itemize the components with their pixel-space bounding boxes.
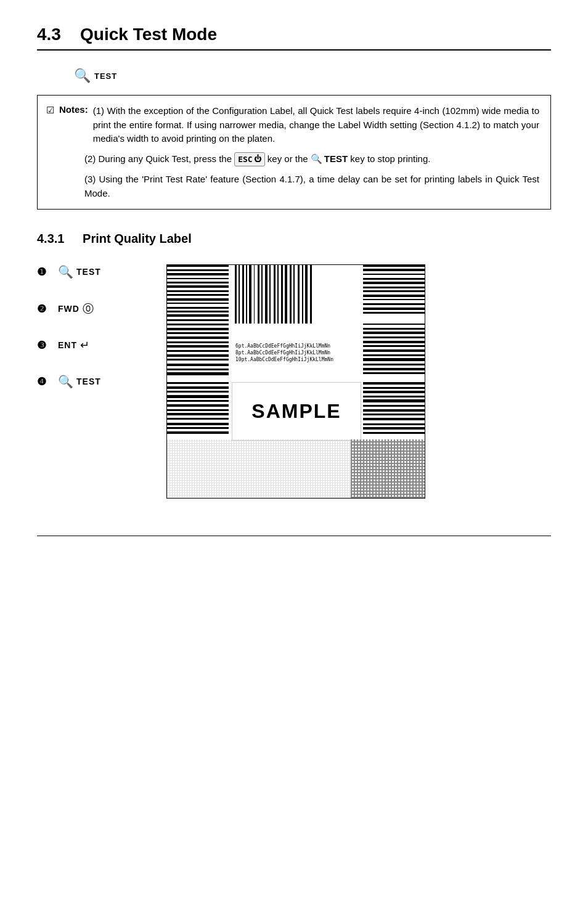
enter-icon: ↵ [80, 338, 89, 352]
notes-row-header: ☑ Notes: (1) With the exception of the C… [46, 104, 539, 146]
sample-text-area: SAMPLE [232, 382, 361, 441]
notes-paragraph-1: (1) With the exception of the Configurat… [93, 104, 539, 146]
steps-column: ❶ 🔍 TEST ❷ FWD ⓪ ❸ ENT ↵ ❹ 🔍 TEST [37, 264, 148, 389]
step-1-num: ❶ [37, 266, 52, 279]
esc-key: ESC⏻ [234, 152, 264, 167]
subsection-title: 4.3.1 Print Quality Label [37, 232, 192, 245]
steps-image-row: ❶ 🔍 TEST ❷ FWD ⓪ ❸ ENT ↵ ❹ 🔍 TEST [37, 264, 551, 499]
search-icon-inline: 🔍 [311, 152, 322, 166]
barcode-top-right [363, 265, 425, 324]
font-sample-line2: 8pt.AaBbCcDdEeFfGgHhIiJjKkLlMmNn [235, 349, 357, 356]
center-text-area: 6pt.AaBbCcDdEeFfGgHhIiJjKkLlMmNn 8pt.AaB… [232, 324, 361, 382]
sample-label-text: SAMPLE [251, 400, 341, 423]
section-title: 4.3 Quick Test Mode [37, 25, 217, 44]
notes-bold-label: Notes: [59, 104, 88, 115]
font-sample-line3: 10pt.AaBbCcDdEeFfGgHhIiJjKkLlMmNn [235, 356, 357, 363]
step-1-label: TEST [76, 267, 101, 277]
step-1: ❶ 🔍 TEST [37, 264, 148, 279]
notes-paragraph-3: (3) Using the 'Print Test Rate' feature … [84, 173, 539, 200]
notes-box: ☑ Notes: (1) With the exception of the C… [37, 95, 551, 210]
step-2-label: FWD [58, 304, 80, 314]
test-icon-row: 🔍 TEST [74, 68, 551, 84]
search-icon-step1: 🔍 [58, 264, 73, 279]
step-2-num: ❷ [37, 303, 52, 316]
test-label: TEST [94, 71, 117, 81]
step-4-label: TEST [76, 377, 101, 386]
barcode-mid-left [167, 324, 229, 382]
barcode-top-center [235, 265, 358, 324]
step-2: ❷ FWD ⓪ [37, 301, 148, 316]
section-header: 4.3 Quick Test Mode [37, 25, 551, 51]
checkbox-icon: ☑ [46, 105, 54, 116]
step-3-num: ❸ [37, 339, 52, 352]
power-icon: ⏻ [254, 153, 261, 165]
test-key-label: TEST [324, 152, 348, 166]
step-4: ❹ 🔍 TEST [37, 374, 148, 389]
search-icon-step4: 🔍 [58, 374, 73, 389]
arrow-up-icon: ⓪ [83, 301, 94, 316]
step-3: ❸ ENT ↵ [37, 338, 148, 352]
barcode-lower-right [363, 382, 425, 441]
search-icon: 🔍 [74, 68, 91, 84]
barcode-mid-right [363, 324, 425, 382]
step-4-num: ❹ [37, 375, 52, 388]
page-footer [37, 536, 551, 541]
subsection-header: 4.3.1 Print Quality Label [37, 232, 551, 246]
font-sample-line1: 6pt.AaBbCcDdEeFfGgHhIiJjKkLlMmNn [235, 343, 357, 349]
barcode-lower-left [167, 382, 229, 441]
notes-paragraph-2: (2) During any Quick Test, press the ESC… [84, 152, 539, 167]
step-3-label: ENT [58, 340, 77, 350]
bottom-pattern-right [351, 439, 425, 498]
barcode-top-left [167, 265, 229, 324]
label-sample-image: 6pt.AaBbCcDdEeFfGgHhIiJjKkLlMmNn 8pt.AaB… [166, 264, 425, 499]
